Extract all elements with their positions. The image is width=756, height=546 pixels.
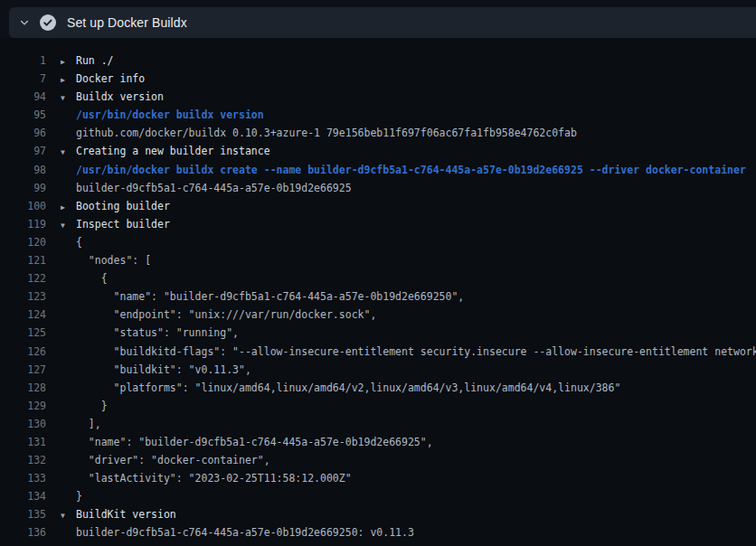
line-number[interactable]: 96 xyxy=(0,124,46,142)
marker-spacer xyxy=(46,489,76,507)
marker-spacer xyxy=(46,453,76,471)
group-title: Run ./ xyxy=(76,52,114,70)
line-number[interactable]: 124 xyxy=(0,306,46,324)
line-number[interactable]: 120 xyxy=(0,233,46,251)
line-number[interactable]: 126 xyxy=(0,343,46,361)
group-title: Docker info xyxy=(76,70,145,88)
output-text: builder-d9cfb5a1-c764-445a-a57e-0b19d2e6… xyxy=(76,523,414,541)
output-text: ], xyxy=(76,415,101,433)
marker-spacer xyxy=(46,126,76,144)
log-line: 131 "name": "builder-d9cfb5a1-c764-445a-… xyxy=(0,433,756,451)
log-group-row[interactable]: 94▼Buildx version xyxy=(0,88,756,106)
log-line: 129 } xyxy=(0,397,756,415)
actions-log-viewer: Set up Docker Buildx 1▶Run ./7▶Docker in… xyxy=(0,0,756,546)
command-text: /usr/bin/docker buildx create --name bui… xyxy=(76,161,746,179)
group-collapsed-icon[interactable]: ▶ xyxy=(46,53,76,71)
line-number[interactable]: 134 xyxy=(0,487,46,505)
group-title: Booting builder xyxy=(76,197,170,215)
log-line: 125 "status": "running", xyxy=(0,324,756,342)
output-text: "name": "builder-d9cfb5a1-c764-445a-a57e… xyxy=(76,433,433,451)
log-line: 123 "name": "builder-d9cfb5a1-c764-445a-… xyxy=(0,287,756,306)
marker-spacer xyxy=(46,381,76,399)
log-line: 122 { xyxy=(0,269,756,287)
line-number[interactable]: 130 xyxy=(0,415,46,433)
log-line: 99 builder-d9cfb5a1-c764-445a-a57e-0b19d… xyxy=(0,179,756,197)
group-expanded-icon[interactable]: ▼ xyxy=(46,89,76,108)
line-number[interactable]: 119 xyxy=(0,215,46,233)
log-line: 133 "lastActivity": "2023-02-25T11:58:12… xyxy=(0,469,756,487)
marker-spacer xyxy=(46,289,76,307)
line-number[interactable]: 121 xyxy=(0,251,46,269)
command-text: /usr/bin/docker buildx version xyxy=(76,106,264,124)
log-line: 124 "endpoint": "unix:///var/run/docker.… xyxy=(0,306,756,324)
log-group-row[interactable]: 119▼Inspect builder xyxy=(0,215,756,233)
line-number[interactable]: 100 xyxy=(0,197,46,215)
output-text: "lastActivity": "2023-02-25T11:58:12.000… xyxy=(76,469,352,487)
log-line: 98 /usr/bin/docker buildx create --name … xyxy=(0,161,756,179)
line-number[interactable]: 99 xyxy=(0,179,46,197)
marker-spacer xyxy=(46,325,76,344)
marker-spacer xyxy=(46,253,76,271)
line-number[interactable]: 7 xyxy=(0,70,46,88)
group-expanded-icon[interactable]: ▼ xyxy=(46,217,76,235)
group-expanded-icon[interactable]: ▼ xyxy=(46,144,76,162)
output-text: { xyxy=(76,269,108,287)
group-collapsed-icon[interactable]: ▶ xyxy=(46,199,76,217)
output-text: "platforms": "linux/amd64,linux/amd64/v2… xyxy=(76,379,620,397)
line-number[interactable]: 122 xyxy=(0,269,46,287)
marker-spacer xyxy=(46,362,76,381)
output-text: { xyxy=(76,233,82,251)
step-header[interactable]: Set up Docker Buildx xyxy=(9,7,756,38)
output-text: } xyxy=(76,487,82,505)
marker-spacer xyxy=(46,235,76,253)
log-line: 95 /usr/bin/docker buildx version xyxy=(0,106,756,124)
line-number[interactable]: 1 xyxy=(0,52,46,70)
log-group-row[interactable]: 135▼BuildKit version xyxy=(0,505,756,523)
line-number[interactable]: 125 xyxy=(0,324,46,342)
log-line: 120 { xyxy=(0,233,756,251)
log-group-row[interactable]: 1▶Run ./ xyxy=(0,52,756,70)
output-text: "nodes": [ xyxy=(76,251,151,269)
marker-spacer xyxy=(46,163,76,181)
log-line: 136 builder-d9cfb5a1-c764-445a-a57e-0b19… xyxy=(0,523,756,541)
chevron-down-icon[interactable] xyxy=(9,7,40,38)
marker-spacer xyxy=(46,181,76,199)
line-number[interactable]: 97 xyxy=(0,142,46,160)
line-number[interactable]: 127 xyxy=(0,361,46,379)
marker-spacer xyxy=(46,271,76,289)
group-title: BuildKit version xyxy=(76,505,176,523)
line-number[interactable]: 133 xyxy=(0,469,46,487)
output-text: "status": "running", xyxy=(76,324,239,342)
marker-spacer xyxy=(46,525,76,543)
output-text: builder-d9cfb5a1-c764-445a-a57e-0b19d2e6… xyxy=(76,179,352,197)
output-text: } xyxy=(76,397,108,415)
line-number[interactable]: 131 xyxy=(0,433,46,451)
line-number[interactable]: 136 xyxy=(0,523,46,541)
log-line: 126 "buildkitd-flags": "--allow-insecure… xyxy=(0,343,756,361)
group-expanded-icon[interactable]: ▼ xyxy=(46,507,76,525)
line-number[interactable]: 98 xyxy=(0,161,46,179)
line-number[interactable]: 129 xyxy=(0,397,46,415)
line-number[interactable]: 135 xyxy=(0,505,46,523)
output-text: "driver": "docker-container", xyxy=(76,451,270,469)
group-collapsed-icon[interactable]: ▶ xyxy=(46,71,76,89)
marker-spacer xyxy=(46,344,76,362)
log-group-row[interactable]: 100▶Booting builder xyxy=(0,197,756,215)
step-title: Set up Docker Buildx xyxy=(67,15,187,30)
log-group-row[interactable]: 7▶Docker info xyxy=(0,70,756,88)
line-number[interactable]: 132 xyxy=(0,451,46,469)
marker-spacer xyxy=(46,108,76,126)
line-number[interactable]: 94 xyxy=(0,88,46,106)
marker-spacer xyxy=(46,435,76,453)
group-title: Inspect builder xyxy=(76,215,170,233)
log-line: 127 "buildkit": "v0.11.3", xyxy=(0,361,756,379)
line-number[interactable]: 123 xyxy=(0,287,46,306)
log-line: 128 "platforms": "linux/amd64,linux/amd6… xyxy=(0,379,756,397)
marker-spacer xyxy=(46,471,76,489)
group-title: Creating a new builder instance xyxy=(76,142,270,160)
log-group-row[interactable]: 97▼Creating a new builder instance xyxy=(0,142,756,160)
log-line: 96 github.com/docker/buildx 0.10.3+azure… xyxy=(0,124,756,142)
line-number[interactable]: 128 xyxy=(0,379,46,397)
line-number[interactable]: 95 xyxy=(0,106,46,124)
log-area[interactable]: 1▶Run ./7▶Docker info94▼Buildx version95… xyxy=(0,38,756,546)
